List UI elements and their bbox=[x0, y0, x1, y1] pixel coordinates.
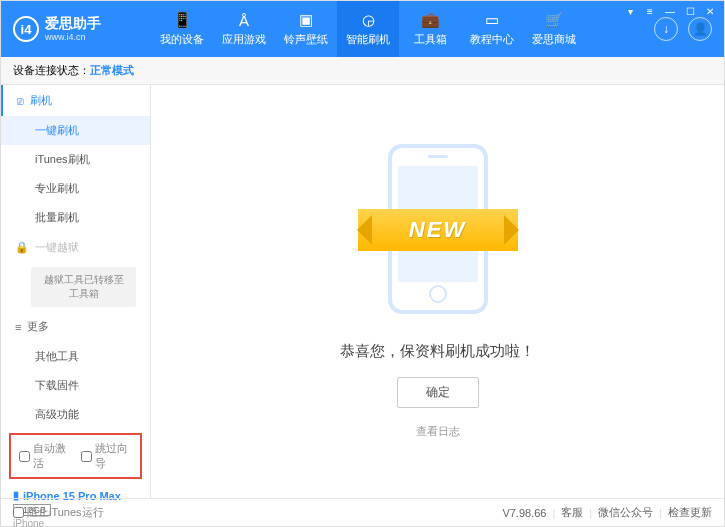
cart-icon: 🛒 bbox=[545, 11, 563, 29]
ok-button[interactable]: 确定 bbox=[397, 377, 479, 408]
phone-icon: 📱 bbox=[173, 11, 191, 29]
image-icon: ▣ bbox=[297, 11, 315, 29]
status-bar: 设备连接状态： 正常模式 bbox=[1, 57, 724, 85]
nav-ringtone[interactable]: ▣铃声壁纸 bbox=[275, 1, 337, 57]
nav-toolbox[interactable]: 💼工具箱 bbox=[399, 1, 461, 57]
sidebar-item-firmware[interactable]: 下载固件 bbox=[1, 371, 150, 400]
new-ribbon: NEW bbox=[358, 209, 518, 251]
options-box: 自动激活 跳过向导 bbox=[9, 433, 142, 479]
sidebar-item-oneclick[interactable]: 一键刷机 bbox=[1, 116, 150, 145]
maximize-icon[interactable]: ☐ bbox=[683, 4, 697, 18]
auto-activate-checkbox[interactable]: 自动激活 bbox=[19, 441, 71, 471]
more-icon: ≡ bbox=[15, 321, 21, 333]
settings-icon[interactable]: ≡ bbox=[643, 4, 657, 18]
logo-title: 爱思助手 bbox=[45, 16, 101, 31]
sidebar-header-more[interactable]: ≡ 更多 bbox=[1, 311, 150, 342]
lock-icon: 🔒 bbox=[15, 241, 29, 254]
sidebar-item-advanced[interactable]: 高级功能 bbox=[1, 400, 150, 429]
header: i4 爱思助手 www.i4.cn 📱我的设备 Å应用游戏 ▣铃声壁纸 ◶智能刷… bbox=[1, 1, 724, 57]
footer-update[interactable]: 检查更新 bbox=[668, 505, 712, 520]
view-log-link[interactable]: 查看日志 bbox=[416, 424, 460, 439]
status-label: 设备连接状态： bbox=[13, 63, 90, 78]
flash-icon: ◶ bbox=[359, 11, 377, 29]
main-nav: 📱我的设备 Å应用游戏 ▣铃声壁纸 ◶智能刷机 💼工具箱 ▭教程中心 🛒爱思商城 bbox=[151, 1, 642, 57]
sidebar-header-jailbreak[interactable]: 🔒 一键越狱 bbox=[1, 232, 150, 263]
status-mode: 正常模式 bbox=[90, 63, 134, 78]
logo-icon: i4 bbox=[13, 16, 39, 42]
version-label: V7.98.66 bbox=[502, 507, 546, 519]
sidebar-item-other[interactable]: 其他工具 bbox=[1, 342, 150, 371]
nav-smart-flash[interactable]: ◶智能刷机 bbox=[337, 1, 399, 57]
jailbreak-note: 越狱工具已转移至工具箱 bbox=[31, 267, 136, 307]
nav-tutorials[interactable]: ▭教程中心 bbox=[461, 1, 523, 57]
download-button[interactable]: ↓ bbox=[654, 17, 678, 41]
sidebar-item-pro[interactable]: 专业刷机 bbox=[1, 174, 150, 203]
footer: 阻止iTunes运行 V7.98.66 | 客服 | 微信公众号 | 检查更新 bbox=[1, 498, 724, 526]
phone-small-icon: ⎚ bbox=[17, 95, 24, 107]
sidebar: ⎚ 刷机 一键刷机 iTunes刷机 专业刷机 批量刷机 🔒 一键越狱 越狱工具… bbox=[1, 85, 151, 498]
skip-guide-checkbox[interactable]: 跳过向导 bbox=[81, 441, 133, 471]
apps-icon: Å bbox=[235, 11, 253, 29]
nav-apps[interactable]: Å应用游戏 bbox=[213, 1, 275, 57]
minimize-icon[interactable]: — bbox=[663, 4, 677, 18]
footer-wechat[interactable]: 微信公众号 bbox=[598, 505, 653, 520]
sidebar-item-batch[interactable]: 批量刷机 bbox=[1, 203, 150, 232]
logo-subtitle: www.i4.cn bbox=[45, 32, 101, 42]
book-icon: ▭ bbox=[483, 11, 501, 29]
toolbox-icon: 💼 bbox=[421, 11, 439, 29]
sidebar-item-itunes[interactable]: iTunes刷机 bbox=[1, 145, 150, 174]
block-itunes-checkbox[interactable]: 阻止iTunes运行 bbox=[13, 505, 104, 520]
footer-support[interactable]: 客服 bbox=[561, 505, 583, 520]
success-illustration: NEW bbox=[368, 144, 508, 324]
logo: i4 爱思助手 www.i4.cn bbox=[1, 16, 151, 42]
nav-my-device[interactable]: 📱我的设备 bbox=[151, 1, 213, 57]
main-content: NEW 恭喜您，保资料刷机成功啦！ 确定 查看日志 bbox=[151, 85, 724, 498]
user-button[interactable]: 👤 bbox=[688, 17, 712, 41]
menu-icon[interactable]: ▾ bbox=[623, 4, 637, 18]
sidebar-header-flash[interactable]: ⎚ 刷机 bbox=[1, 85, 150, 116]
close-icon[interactable]: ✕ bbox=[703, 4, 717, 18]
congrats-text: 恭喜您，保资料刷机成功啦！ bbox=[340, 342, 535, 361]
nav-store[interactable]: 🛒爱思商城 bbox=[523, 1, 585, 57]
